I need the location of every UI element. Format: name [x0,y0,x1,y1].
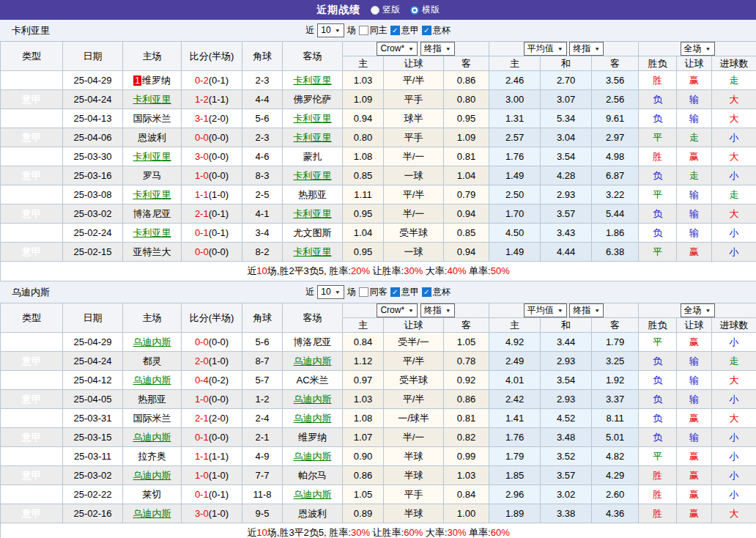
odds-handicap-cell: 半球 [384,504,444,523]
match-row: 意甲 25-04-24 都灵 2-0(1-0) 8-7 乌迪内斯 1.12 平/… [1,352,756,371]
same-venue-checkbox[interactable]: 同客 [359,286,388,298]
layout-option-horizontal[interactable]: 横版 [410,4,440,16]
team-link[interactable]: 卡利亚里 [294,170,332,181]
team-link[interactable]: 卡利亚里 [133,189,171,200]
score-cell: 0-2(0-1) [182,71,242,90]
checkbox-unchecked-icon[interactable] [359,287,368,297]
checkbox-checked-icon[interactable]: ✓ [422,26,431,35]
corner-cell: 2-3 [242,128,283,147]
rank-badge: 1 [133,75,141,86]
col-odds-home: 主 [343,318,384,333]
team-link[interactable]: 卡利亚里 [294,75,332,86]
average-select[interactable]: 平均值▼ [524,303,567,317]
team-link[interactable]: 乌迪内斯 [294,394,332,405]
summary-text: 近10场,胜3平2负5, 胜率:30% 让胜率:60% 大率:30% 单率:60… [1,523,756,538]
team-link[interactable]: 乌迪内斯 [133,470,171,481]
radio-unselected-icon[interactable] [371,6,379,15]
league-cell: 意甲 [1,243,63,262]
layout-option-vertical[interactable]: 竖版 [371,4,400,16]
italy-cup-checkbox[interactable]: ✓意杯 [422,24,451,37]
away-team-cell: 乌迪内斯 [283,352,343,371]
league-cell: 意甲 [1,371,63,390]
score-cell: 1-0(1-0) [182,466,242,485]
goals-cell: 小 [712,447,756,466]
team-link[interactable]: 卡利亚里 [294,246,332,257]
serie-a-checkbox[interactable]: ✓意甲 [390,286,419,298]
team-link[interactable]: 乌迪内斯 [294,451,332,462]
games-count-select[interactable]: 10▼ [317,23,344,37]
goals-cell: 大 [712,109,756,128]
final-odds-select-2[interactable]: 终指▼ [569,42,604,56]
handicap-result-cell: 赢 [677,504,712,523]
away-team-cell: 卡利亚里 [283,166,343,185]
odds-home-cell: 0.95 [343,243,384,262]
odds-handicap-cell: 半/一 [384,428,444,447]
league-cell: 意甲 [1,166,63,185]
games-count-select[interactable]: 10▼ [317,285,344,299]
home-team-cell: 卡利亚里 [123,224,182,243]
away-team-cell: 卡利亚里 [283,128,343,147]
checkbox-checked-icon[interactable]: ✓ [390,26,400,35]
odds-source-select[interactable]: Crow*▼ [377,42,418,56]
team-link[interactable]: 卡利亚里 [133,227,171,238]
italy-cup-checkbox[interactable]: ✓意杯 [422,286,451,298]
team-text: 帕尔马 [298,470,327,481]
col-type: 类型 [1,303,63,333]
summary-row: 近10场,胜2平3负5, 胜率:20% 让胜率:30% 大率:40% 单率:50… [1,262,756,281]
away-team-cell: 卡利亚里 [283,71,343,90]
checkbox-checked-icon[interactable]: ✓ [390,287,400,297]
average-select[interactable]: 平均值▼ [524,42,567,56]
team-link[interactable]: 乌迪内斯 [294,489,332,500]
checkbox-label: 同主 [370,24,388,37]
team-link[interactable]: 卡利亚里 [294,132,332,143]
avg-away-cell: 2.60 [592,485,639,504]
team-link[interactable]: 乌迪内斯 [133,375,171,386]
team-link[interactable]: 乌迪内斯 [294,413,332,424]
avg-draw-cell: 4.44 [541,243,592,262]
same-venue-checkbox[interactable]: 同主 [359,24,388,37]
team-link[interactable]: 卡利亚里 [133,94,171,105]
team-link[interactable]: 乌迪内斯 [133,336,171,347]
corner-cell: 9-5 [242,504,283,523]
col-odds-handicap: 让球 [384,318,444,333]
final-odds-select-2[interactable]: 终指▼ [569,303,604,317]
corner-cell: 4-6 [242,147,283,166]
fullmatch-select[interactable]: 全场▼ [681,42,715,56]
filter-controls: 近 10▼ 场 同主 ✓意甲 ✓意杯 [305,23,450,37]
filter-controls: 近 10▼ 场 同客 ✓意甲 ✓意杯 [305,285,450,299]
match-row: 意甲 25-03-31 国际米兰 2-1(2-0) 2-4 乌迪内斯 1.08 … [1,409,756,428]
radio-vertical-label: 竖版 [382,4,400,16]
date-cell: 25-02-24 [63,224,123,243]
col-away: 客场 [283,42,343,71]
team-link[interactable]: 乌迪内斯 [133,432,171,443]
team-link[interactable]: 乌迪内斯 [133,508,171,519]
odds-home-cell: 0.85 [343,166,384,185]
checkbox-unchecked-icon[interactable] [359,26,368,35]
goals-cell: 大 [712,409,756,428]
final-odds-select[interactable]: 终指▼ [420,303,455,317]
goals-cell: 大 [712,204,756,224]
match-row: 意甲 25-03-11 拉齐奥 1-1(1-1) 4-9 乌迪内斯 0.90 半… [1,447,756,466]
radio-selected-icon[interactable] [410,6,419,15]
odds-away-cell: 0.79 [444,185,489,204]
corner-cell: 11-8 [242,485,283,504]
checkbox-checked-icon[interactable]: ✓ [422,287,431,297]
odds-source-select[interactable]: Crow*▼ [377,303,418,317]
topbar: 近期战绩 竖版 横版 [0,0,756,20]
table-header-row: 类型 日期 主场 比分(半场) 角球 客场 Crow*▼ 终指▼ 平均值▼ 终指… [1,303,756,318]
team-link[interactable]: 卡利亚里 [294,113,332,124]
team-link[interactable]: 乌迪内斯 [294,355,332,366]
col-away: 客场 [283,303,343,333]
team-link[interactable]: 卡利亚里 [294,208,332,219]
col-avg-away: 客 [592,56,639,71]
col-type: 类型 [1,42,63,71]
dropdown-arrow-icon: ▼ [335,26,341,35]
fullmatch-select[interactable]: 全场▼ [681,303,715,317]
dropdown-arrow-icon: ▼ [408,306,414,315]
team-link[interactable]: 卡利亚里 [133,151,171,162]
final-odds-select[interactable]: 终指▼ [420,42,455,56]
date-cell: 25-03-16 [63,166,123,185]
tables-container: 卡利亚里 近 10▼ 场 同主 ✓意甲 ✓意杯 类型 日期 主场 比分(半场) … [0,20,756,538]
team-text: 恩波利 [298,508,327,519]
serie-a-checkbox[interactable]: ✓意甲 [390,24,419,37]
